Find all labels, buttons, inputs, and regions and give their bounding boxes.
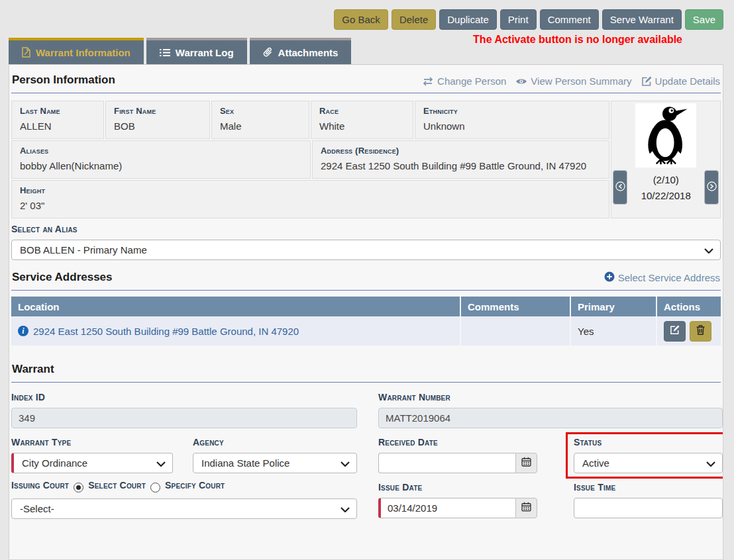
agency-select[interactable]: Indiana State Police — [193, 453, 357, 473]
field-last-name: Last NameALLEN — [11, 101, 104, 139]
arrow-left-circle-icon — [615, 181, 625, 193]
field-height: Height2' 03" — [11, 180, 609, 218]
warrant-header: Warrant — [11, 363, 721, 383]
warrant-type-label: Warrant Type — [11, 437, 173, 447]
select-an-alias-label: Select an Alias — [11, 224, 721, 234]
eye-icon — [515, 77, 527, 85]
issue-time-label: Issue Time — [574, 482, 723, 492]
penguin-image — [638, 104, 694, 167]
warrant-type-select[interactable]: City Ordinance — [11, 453, 173, 473]
field-address-residence: Address (Residence)2924 East 1250 South … — [312, 140, 609, 179]
chevron-down-icon — [704, 244, 713, 256]
service-addresses-title: Service Addresses — [12, 271, 113, 284]
select-service-address-link[interactable]: Select Service Address — [604, 271, 720, 284]
plus-circle-icon — [604, 271, 615, 284]
issuing-court-value: -Select- — [20, 503, 54, 514]
chevron-down-icon — [706, 457, 715, 469]
tab-label: Warrant Information — [36, 47, 131, 58]
warrant-type-value: City Ordinance — [22, 457, 87, 469]
field-sex: SexMale — [211, 101, 309, 139]
column-comments: Comments — [460, 297, 570, 316]
field-aliases: Aliasesbobby Allen(Nickname) — [11, 140, 311, 179]
column-actions: Actions — [656, 297, 721, 316]
column-primary: Primary — [570, 297, 656, 316]
next-photo-button[interactable] — [704, 170, 719, 205]
received-date-label: Received Date — [378, 437, 537, 447]
delete-button[interactable]: Delete — [392, 9, 436, 30]
service-address-link[interactable]: 2924 East 1250 South Building #99 Battle… — [33, 326, 299, 337]
specify-court-label: Specify Court — [165, 480, 225, 490]
info-icon[interactable]: i — [18, 326, 28, 336]
arrow-right-circle-icon — [707, 181, 717, 193]
tab-warrant-information[interactable]: Warrant Information — [9, 38, 144, 64]
alias-select[interactable]: BOB ALLEN - Primary Name — [11, 240, 721, 260]
issue-date-label: Issue Date — [378, 482, 537, 492]
service-addresses-header: Service Addresses Select Service Address — [11, 271, 721, 291]
field-ethnicity: EthnicityUnknown — [415, 101, 609, 139]
delete-address-button[interactable] — [690, 321, 711, 342]
issue-time-input[interactable] — [574, 498, 723, 518]
index-id-input — [11, 408, 357, 428]
issuing-court-select[interactable]: -Select- — [11, 498, 357, 519]
view-person-summary-label: View Person Summary — [531, 75, 631, 87]
status-label: Status — [574, 437, 723, 447]
status-group: Status Active — [574, 437, 723, 473]
warrant-number-label: Warrant Number — [378, 392, 723, 402]
issue-date-group: Issue Date — [378, 482, 537, 519]
agency-label: Agency — [193, 437, 357, 447]
edit-square-icon — [641, 76, 652, 87]
exchange-icon — [422, 77, 434, 86]
calendar-icon — [521, 457, 531, 469]
service-addresses-table: Location Comments Primary Actions i 2924… — [11, 297, 721, 346]
issue-date-input[interactable] — [378, 498, 515, 518]
calendar-icon — [521, 502, 531, 514]
calendar-button[interactable] — [515, 498, 537, 518]
index-id-label: Index ID — [11, 392, 357, 402]
index-id-group: Index ID — [11, 392, 357, 428]
serve-warrant-button[interactable]: Serve Warrant — [602, 9, 682, 30]
status-value: Active — [582, 457, 609, 469]
issuing-court-label: Issuing Court — [11, 480, 69, 490]
update-details-label: Update Details — [655, 75, 720, 87]
select-court-label: Select Court — [88, 480, 146, 490]
field-first-name: First NameBOB — [105, 101, 210, 139]
agency-value: Indiana State Police — [201, 457, 289, 469]
tab-attachments[interactable]: Attachments — [250, 38, 352, 64]
row-primary: Yes — [570, 316, 656, 346]
comment-button[interactable]: Comment — [540, 9, 599, 30]
chevron-down-icon — [341, 503, 350, 514]
issuing-court-group: Issuing Court Select Court Specify Court… — [11, 482, 357, 519]
warrant-type-group: Warrant Type City Ordinance — [11, 437, 173, 473]
received-date-input[interactable] — [378, 453, 515, 473]
calendar-button[interactable] — [515, 453, 537, 473]
toolbar: Go Back Delete Duplicate Print Comment S… — [334, 9, 723, 30]
trash-icon — [696, 325, 705, 337]
field-race: RaceWhite — [311, 101, 413, 139]
alias-select-value: BOB ALLEN - Primary Name — [20, 244, 147, 256]
row-comments — [460, 316, 570, 346]
save-button[interactable]: Save — [685, 9, 723, 30]
edit-address-button[interactable] — [664, 321, 686, 342]
table-row: i 2924 East 1250 South Building #99 Batt… — [11, 316, 721, 346]
view-person-summary-link[interactable]: View Person Summary — [515, 75, 631, 87]
duplicate-button[interactable]: Duplicate — [439, 9, 497, 30]
change-person-link[interactable]: Change Person — [422, 75, 506, 87]
go-back-button[interactable]: Go Back — [334, 9, 388, 30]
table-header: Location Comments Primary Actions — [11, 297, 721, 316]
tab-warrant-log[interactable]: Warrant Log — [146, 38, 247, 64]
edit-pencil-icon — [670, 325, 680, 337]
update-details-link[interactable]: Update Details — [641, 75, 720, 87]
print-button[interactable]: Print — [500, 9, 537, 30]
person-photo-carousel: (2/10) 10/22/2018 — [611, 101, 721, 218]
select-service-address-label: Select Service Address — [618, 272, 720, 283]
tab-label: Attachments — [278, 47, 339, 58]
specify-court-radio[interactable] — [150, 483, 160, 492]
received-date-group: Received Date — [378, 437, 537, 473]
alias-select-block: Select an Alias BOB ALLEN - Primary Name — [11, 224, 721, 260]
status-select[interactable]: Active — [574, 453, 723, 473]
document-icon — [22, 47, 30, 58]
paperclip-icon — [263, 47, 273, 58]
previous-photo-button[interactable] — [613, 170, 627, 205]
person-information-header: Person Information Change Person View Pe… — [11, 73, 721, 93]
select-court-radio[interactable] — [74, 483, 83, 492]
